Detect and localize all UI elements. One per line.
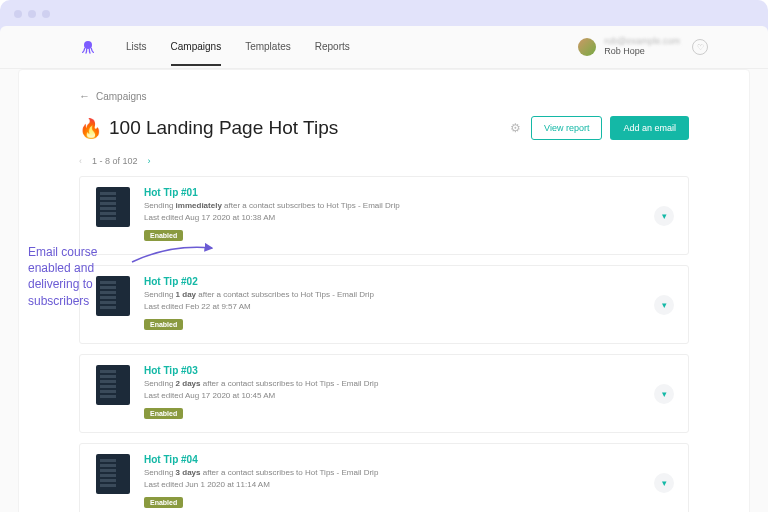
email-last-edited: Last edited Jun 1 2020 at 11:14 AM xyxy=(144,479,672,491)
top-nav: ListsCampaignsTemplatesReports rob@examp… xyxy=(0,26,768,69)
gear-icon[interactable]: ⚙ xyxy=(510,121,521,135)
pager-range: 1 - 8 of 102 xyxy=(92,156,138,166)
email-title: Hot Tip #02 xyxy=(144,276,672,287)
pager-next-icon[interactable]: › xyxy=(148,156,151,166)
email-thumbnail xyxy=(96,365,130,405)
user-email: rob@example.com xyxy=(604,37,680,47)
email-last-edited: Last edited Feb 22 at 9:57 AM xyxy=(144,301,672,313)
pager: ‹ 1 - 8 of 102 › xyxy=(79,156,689,166)
avatar xyxy=(578,38,596,56)
logo-icon[interactable] xyxy=(80,39,96,55)
back-arrow-icon: ← xyxy=(79,90,90,102)
email-title: Hot Tip #01 xyxy=(144,187,672,198)
pager-prev-icon: ‹ xyxy=(79,156,82,166)
nav-item-lists[interactable]: Lists xyxy=(126,29,147,66)
status-badge: Enabled xyxy=(144,497,183,508)
email-card[interactable]: Hot Tip #04Sending 3 days after a contac… xyxy=(79,443,689,512)
status-badge: Enabled xyxy=(144,230,183,241)
expand-button[interactable]: ▾ xyxy=(654,473,674,493)
svg-point-0 xyxy=(84,41,92,49)
favorite-icon[interactable]: ♡ xyxy=(692,39,708,55)
expand-button[interactable]: ▾ xyxy=(654,384,674,404)
user-name: Rob Hope xyxy=(604,47,680,57)
email-schedule: Sending 2 days after a contact subscribe… xyxy=(144,378,672,390)
page-title: 🔥 100 Landing Page Hot Tips xyxy=(79,117,338,140)
title-emoji-icon: 🔥 xyxy=(79,117,103,140)
email-last-edited: Last edited Aug 17 2020 at 10:45 AM xyxy=(144,390,672,402)
email-last-edited: Last edited Aug 17 2020 at 10:38 AM xyxy=(144,212,672,224)
status-badge: Enabled xyxy=(144,319,183,330)
annotation-arrow-icon xyxy=(130,242,220,270)
nav-item-templates[interactable]: Templates xyxy=(245,29,291,66)
email-schedule: Sending 3 days after a contact subscribe… xyxy=(144,467,672,479)
breadcrumb-label: Campaigns xyxy=(96,91,147,102)
add-email-button[interactable]: Add an email xyxy=(610,116,689,140)
nav-item-campaigns[interactable]: Campaigns xyxy=(171,29,222,66)
email-card[interactable]: Hot Tip #03Sending 2 days after a contac… xyxy=(79,354,689,433)
expand-button[interactable]: ▾ xyxy=(654,295,674,315)
email-schedule: Sending immediately after a contact subs… xyxy=(144,200,672,212)
email-card[interactable]: Hot Tip #02Sending 1 day after a contact… xyxy=(79,265,689,344)
email-title: Hot Tip #04 xyxy=(144,454,672,465)
annotation-callout: Email course enabled and delivering to s… xyxy=(28,244,138,309)
view-report-button[interactable]: View report xyxy=(531,116,602,140)
user-menu[interactable]: rob@example.com Rob Hope xyxy=(578,37,680,57)
window-controls xyxy=(0,10,768,26)
email-thumbnail xyxy=(96,454,130,494)
status-badge: Enabled xyxy=(144,408,183,419)
email-schedule: Sending 1 day after a contact subscribes… xyxy=(144,289,672,301)
expand-button[interactable]: ▾ xyxy=(654,206,674,226)
nav-item-reports[interactable]: Reports xyxy=(315,29,350,66)
email-title: Hot Tip #03 xyxy=(144,365,672,376)
email-thumbnail xyxy=(96,187,130,227)
breadcrumb[interactable]: ← Campaigns xyxy=(79,90,689,102)
